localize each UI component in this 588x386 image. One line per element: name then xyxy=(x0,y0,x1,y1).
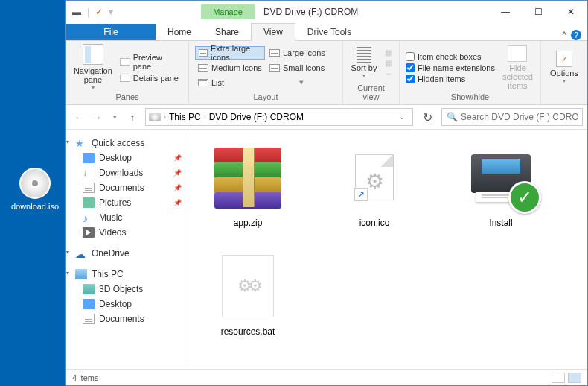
sidebar-pictures[interactable]: Pictures📌 xyxy=(66,195,188,210)
item-checkboxes-toggle[interactable]: Item check boxes xyxy=(406,52,495,61)
address-bar-row: ← → ▾ ↑ › This PC › DVD Drive (F:) CDROM… xyxy=(66,105,587,130)
layout-scroll: ▾ xyxy=(266,76,336,89)
layout-gallery[interactable]: Extra large icons Large icons Medium ico… xyxy=(195,46,336,89)
file-label: Install xyxy=(456,218,546,228)
window-title: DVD Drive (F:) CDROM xyxy=(263,7,358,17)
qat-overflow-icon[interactable]: ▾ xyxy=(109,7,113,17)
item-count: 4 items xyxy=(72,373,98,382)
tab-view[interactable]: View xyxy=(251,23,295,41)
check-icon: ✓ xyxy=(95,7,103,17)
file-install[interactable]: ✓ Install xyxy=(456,142,546,228)
crumb-thispc[interactable]: This PC xyxy=(169,112,201,122)
file-label: resources.bat xyxy=(203,326,293,337)
title-bar: ▬ | ✓ ▾ Manage DVD Drive (F:) CDROM — ☐ … xyxy=(66,1,587,23)
file-label: icon.ico xyxy=(330,218,419,228)
back-button[interactable]: ← xyxy=(71,109,87,125)
sidebar-3dobjects[interactable]: 3D Objects xyxy=(66,282,188,297)
layout-list: List xyxy=(195,76,265,89)
navigation-sidebar[interactable]: ★Quick access Desktop📌 Downloads📌 Docume… xyxy=(66,130,188,369)
drive-icon: ▬ xyxy=(72,7,81,17)
batch-file-icon xyxy=(222,255,274,317)
tab-file[interactable]: File xyxy=(66,24,156,40)
maximize-button[interactable]: ☐ xyxy=(522,1,555,23)
sidebar-music[interactable]: ♪Music xyxy=(66,210,188,225)
ico-file-icon: ⚙↗ xyxy=(355,154,394,200)
printer-check-icon: ✓ xyxy=(465,144,537,211)
file-ext-toggle[interactable]: File name extensions xyxy=(406,63,495,72)
file-area[interactable]: app.zip ⚙↗ icon.ico ✓ Install resources.… xyxy=(188,130,587,369)
navigation-pane-button[interactable]: Navigation pane ▾ xyxy=(72,44,114,91)
file-app-zip[interactable]: app.zip xyxy=(203,142,293,228)
sidebar-desktop2[interactable]: Desktop xyxy=(66,297,188,311)
file-label: app.zip xyxy=(203,218,293,228)
minimize-button[interactable]: — xyxy=(489,1,522,23)
search-box[interactable]: 🔍 xyxy=(441,108,583,126)
search-icon: 🔍 xyxy=(447,112,458,122)
layout-xl: Extra large icons xyxy=(195,46,265,60)
pin-icon: 📌 xyxy=(173,154,182,162)
shortcut-overlay-icon: ↗ xyxy=(354,188,368,201)
layout-lg: Large icons xyxy=(266,46,336,60)
thumbnails-view-button[interactable] xyxy=(568,373,581,383)
archive-icon xyxy=(214,148,281,207)
group-by-icon[interactable]: ▦ xyxy=(385,48,392,57)
desktop-file-label: download.iso xyxy=(9,202,61,211)
ribbon-tabs: File Home Share View Drive Tools ^ ? xyxy=(66,23,587,41)
tab-home[interactable]: Home xyxy=(156,24,203,40)
hidden-items-toggle[interactable]: Hidden items xyxy=(406,75,495,83)
crumb-location[interactable]: DVD Drive (F:) CDROM xyxy=(209,112,304,122)
recent-dropdown[interactable]: ▾ xyxy=(106,109,123,125)
sidebar-videos[interactable]: Videos xyxy=(66,225,188,240)
details-pane-button[interactable]: Details pane xyxy=(120,74,182,83)
drive-icon xyxy=(149,113,161,121)
preview-pane-button[interactable]: Preview pane xyxy=(120,53,182,71)
sidebar-documents2[interactable]: Documents xyxy=(66,311,188,326)
iso-icon xyxy=(19,168,51,199)
chevron-right-icon[interactable]: › xyxy=(204,113,206,121)
sidebar-desktop[interactable]: Desktop📌 xyxy=(66,151,188,165)
ribbon: Navigation pane ▾ Preview pane Details p… xyxy=(66,41,587,105)
search-input[interactable] xyxy=(461,112,578,122)
close-button[interactable]: ✕ xyxy=(555,1,587,23)
layout-sm: Small icons xyxy=(266,61,336,75)
tab-drive-tools[interactable]: Drive Tools xyxy=(295,24,363,40)
up-button[interactable]: ↑ xyxy=(124,109,141,125)
options-button[interactable]: ✓ Options ▾ xyxy=(547,51,581,84)
tab-share[interactable]: Share xyxy=(203,24,251,40)
add-columns-icon[interactable]: ▦ xyxy=(385,59,392,67)
sidebar-documents[interactable]: Documents📌 xyxy=(66,180,188,195)
breadcrumb-dropdown-icon[interactable]: ⌄ xyxy=(394,113,409,121)
refresh-button[interactable]: ↻ xyxy=(418,108,437,126)
breadcrumb[interactable]: › This PC › DVD Drive (F:) CDROM ⌄ xyxy=(145,108,413,126)
sidebar-quick-access[interactable]: ★Quick access xyxy=(66,136,188,151)
qat-sep: | xyxy=(87,7,89,17)
sidebar-thispc[interactable]: This PC xyxy=(66,267,188,282)
sort-by-button[interactable]: Sort by ▾ xyxy=(349,47,379,79)
pin-icon: 📌 xyxy=(173,184,182,192)
chevron-right-icon[interactable]: › xyxy=(164,113,166,121)
sidebar-onedrive[interactable]: ☁OneDrive xyxy=(66,246,188,261)
quick-access-toolbar: ▬ | ✓ ▾ xyxy=(66,7,119,17)
sidebar-downloads[interactable]: Downloads📌 xyxy=(66,165,188,180)
collapse-ribbon-icon[interactable]: ^ xyxy=(562,30,566,40)
file-icon-ico[interactable]: ⚙↗ icon.ico xyxy=(330,142,419,228)
pin-icon: 📌 xyxy=(173,199,182,206)
hide-selected-button: Hide selected items xyxy=(501,45,534,90)
forward-button[interactable]: → xyxy=(89,109,105,125)
explorer-window: ▬ | ✓ ▾ Manage DVD Drive (F:) CDROM — ☐ … xyxy=(65,0,588,386)
options-icon: ✓ xyxy=(556,51,572,67)
status-bar: 4 items xyxy=(66,369,587,385)
sort-icon xyxy=(357,47,371,63)
layout-md: Medium icons xyxy=(195,61,265,75)
file-resources-bat[interactable]: resources.bat xyxy=(203,250,293,337)
help-icon[interactable]: ? xyxy=(571,30,581,40)
size-columns-icon[interactable]: ↔ xyxy=(385,69,392,77)
details-view-button[interactable] xyxy=(552,373,565,383)
context-tab-caption: Manage xyxy=(201,4,255,19)
desktop-file[interactable]: download.iso xyxy=(9,168,61,211)
pin-icon: 📌 xyxy=(173,169,182,177)
